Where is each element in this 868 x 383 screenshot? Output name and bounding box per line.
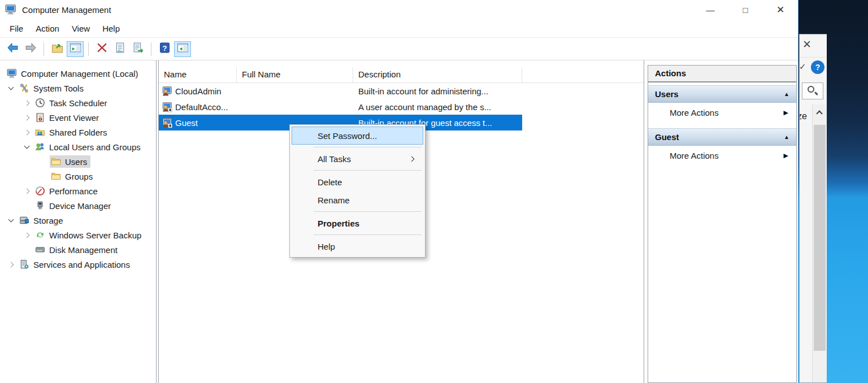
actions-pane: Actions Users▲More Actions▶Guest▲More Ac… <box>648 65 797 383</box>
tree-item-storage[interactable]: Storage <box>0 213 156 228</box>
actions-pane-body: Users▲More Actions▶Guest▲More Actions▶ <box>648 82 796 382</box>
toolbar-separator <box>44 42 44 56</box>
tree-item-disk-management[interactable]: Disk Management <box>0 242 156 257</box>
scrollbar-thumb[interactable] <box>814 125 826 351</box>
user-row-cloudadmin[interactable]: CloudAdminBuilt-in account for administe… <box>159 83 522 99</box>
event-viewer-icon <box>35 112 45 123</box>
column-header-name[interactable]: Name <box>159 67 237 82</box>
tree-item-local-users-and-groups[interactable]: Local Users and Groups <box>0 140 156 154</box>
menu-help[interactable]: Help <box>96 19 126 37</box>
tree-item-device-manager[interactable]: Device Manager <box>0 198 156 213</box>
column-header-description[interactable]: Description <box>353 67 522 82</box>
chevron-icon <box>24 232 29 238</box>
tree-item-system-tools[interactable]: System Tools <box>0 81 156 95</box>
user-arrow-icon <box>162 117 172 128</box>
tree-item-performance[interactable]: Performance <box>0 184 156 198</box>
guest-more-actions[interactable]: More Actions▶ <box>648 146 796 166</box>
properties-button[interactable] <box>111 41 128 57</box>
folder-up-icon <box>51 42 63 56</box>
context-menu-item-set-password[interactable]: Set Password... <box>292 127 423 145</box>
tree-item-users[interactable]: Users <box>0 154 156 169</box>
tree-item-inner: Task Scheduler <box>34 97 111 109</box>
chevron-collapsed-icon[interactable] <box>19 130 34 134</box>
export-list-button[interactable] <box>129 41 146 57</box>
user-name: Guest <box>175 118 198 128</box>
action-item-label: More Actions <box>670 108 719 117</box>
submenu-arrow-icon <box>409 156 415 162</box>
tree-item-inner: Shared Folders <box>34 126 111 138</box>
context-menu-item-help[interactable]: Help <box>292 237 423 255</box>
show-action-pane-button[interactable] <box>174 41 191 57</box>
context-menu-item-rename[interactable]: Rename <box>292 191 423 209</box>
list-column-headers: NameFull NameDescription <box>159 67 644 83</box>
chevron-expand-icon[interactable] <box>3 87 18 89</box>
search-button[interactable] <box>802 82 823 99</box>
user-row-defaultacco[interactable]: DefaultAcco...A user account managed by … <box>159 99 522 115</box>
help-icon: ? <box>159 42 171 56</box>
chevron-expand-icon[interactable] <box>19 146 34 148</box>
action-pane-icon <box>177 42 189 56</box>
help-button[interactable]: ? <box>156 41 173 57</box>
up-level-button[interactable] <box>49 41 66 57</box>
tree-item-windows-server-backup[interactable]: Windows Server Backup <box>0 228 156 242</box>
context-menu-item-all-tasks[interactable]: All Tasks <box>292 150 423 168</box>
tree-item-task-scheduler[interactable]: Task Scheduler <box>0 95 156 110</box>
context-menu-item-delete[interactable]: Delete <box>292 173 423 191</box>
menu-separator <box>314 234 422 235</box>
tree-item-inner: Users <box>50 155 90 168</box>
toolbar-separator <box>151 42 151 56</box>
user-name: CloudAdmin <box>175 86 222 96</box>
toolbar-separator <box>88 42 89 56</box>
maximize-button[interactable]: □ <box>728 0 763 19</box>
tree-item-groups[interactable]: Groups <box>0 169 156 184</box>
context-menu-item-properties[interactable]: Properties <box>292 214 423 232</box>
tree-item-event-viewer[interactable]: Event Viewer <box>0 110 156 125</box>
tree-item-inner: Event Viewer <box>34 111 102 124</box>
shared-folders-icon <box>35 127 45 137</box>
tree-item-shared-folders[interactable]: Shared Folders <box>0 125 156 140</box>
tree-item-inner: System Tools <box>18 82 87 94</box>
close-icon[interactable]: ✕ <box>802 38 811 51</box>
section-gap <box>648 123 796 128</box>
tree-item-label: Local Users and Groups <box>49 142 141 152</box>
tree-item-inner: Storage <box>18 214 67 227</box>
help-badge[interactable]: ? <box>811 60 824 74</box>
tree-item-inner: Windows Server Backup <box>34 229 145 241</box>
collapse-arrow-icon[interactable]: ▲ <box>784 91 789 97</box>
chevron-collapsed-icon[interactable] <box>19 189 34 193</box>
minimize-button[interactable]: — <box>693 0 728 19</box>
forward-button[interactable] <box>22 41 39 57</box>
chevron-collapsed-icon[interactable] <box>3 263 18 267</box>
actions-section-guest[interactable]: Guest▲ <box>648 128 796 146</box>
tree-item-services-and-applications[interactable]: Services and Applications <box>0 257 156 272</box>
scroll-up-button[interactable] <box>813 105 827 120</box>
performance-icon <box>35 186 45 196</box>
chevron-expand-icon[interactable] <box>3 219 18 221</box>
tree-item-label: Storage <box>33 216 63 225</box>
delete-button[interactable] <box>93 41 110 57</box>
tree-item-inner: Performance <box>34 185 101 197</box>
computer-icon <box>7 68 17 79</box>
action-item-label: More Actions <box>670 151 719 160</box>
users-more-actions[interactable]: More Actions▶ <box>648 103 796 123</box>
chevron-collapsed-icon[interactable] <box>19 116 34 120</box>
chevron-collapsed-icon[interactable] <box>19 101 34 105</box>
scrollbar[interactable] <box>812 105 827 382</box>
chevron-collapsed-icon[interactable] <box>19 233 34 237</box>
console-tree-pane: Computer Management (Local)System ToolsT… <box>0 60 157 383</box>
show-console-tree-button[interactable] <box>67 41 84 57</box>
back-button[interactable] <box>4 41 21 57</box>
column-header-full-name[interactable]: Full Name <box>237 67 353 82</box>
close-button[interactable]: ✕ <box>763 0 798 19</box>
device-manager-icon <box>35 201 45 211</box>
actions-section-title: Users <box>655 89 679 99</box>
actions-section-users[interactable]: Users▲ <box>648 85 796 103</box>
clipped-text-fragment: ze <box>799 111 807 121</box>
tree-item-computer-management-local[interactable]: Computer Management (Local) <box>0 66 156 81</box>
menu-file[interactable]: File <box>3 19 29 37</box>
menu-action[interactable]: Action <box>29 19 66 37</box>
menu-view[interactable]: View <box>66 19 96 37</box>
divider <box>800 57 827 58</box>
collapse-arrow-icon[interactable]: ▲ <box>784 134 789 140</box>
properties-doc-icon <box>114 42 126 56</box>
